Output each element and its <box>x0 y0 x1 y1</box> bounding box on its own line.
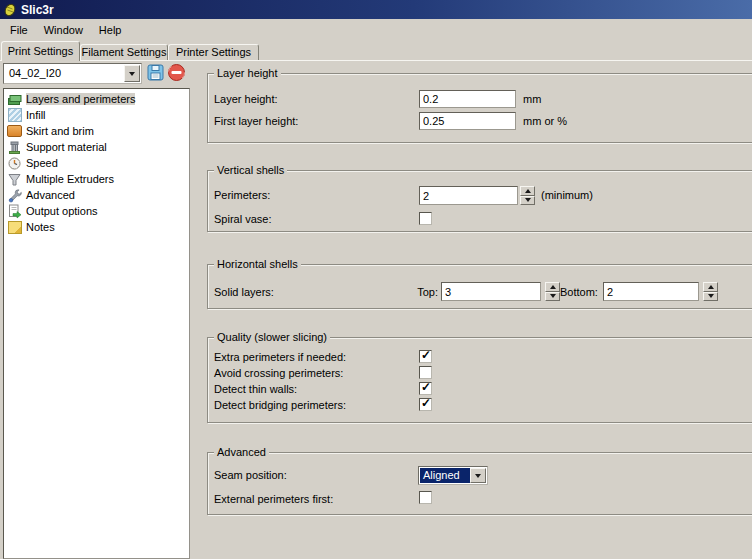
tree-item-label: Infill <box>26 109 46 121</box>
group-horizontal-shells: Horizontal shells Solid layers: Top: Bot… <box>207 264 752 309</box>
delete-preset-button[interactable] <box>167 63 186 82</box>
tree-item-output-options[interactable]: Output options <box>4 203 189 219</box>
wrench-icon <box>7 188 22 203</box>
slic3r-window: Slic3r File Window Help Print Settings F… <box>0 0 752 559</box>
perimeters-label: Perimeters: <box>214 189 270 201</box>
group-title: Quality (slower slicing) <box>214 331 330 344</box>
titlebar: Slic3r <box>0 0 752 19</box>
tree-item-notes[interactable]: Notes <box>4 219 189 235</box>
detect-bridging-checkbox[interactable]: ✓ <box>419 398 432 411</box>
detect-thin-walls-checkbox[interactable]: ✓ <box>419 382 432 395</box>
layer-height-unit: mm <box>523 93 541 105</box>
avoid-crossing-checkbox[interactable]: ✓ <box>419 366 432 379</box>
group-title: Advanced <box>214 446 269 459</box>
external-perimeters-first-checkbox[interactable]: ✓ <box>419 491 432 504</box>
spiral-vase-label: Spiral vase: <box>214 213 271 225</box>
extra-perimeters-checkbox[interactable]: ✓ <box>419 350 432 363</box>
layer-height-label: Layer height: <box>214 93 278 105</box>
tree-item-label: Layers and perimeters <box>26 93 135 105</box>
checkmark: ✓ <box>421 381 431 394</box>
solid-layers-top-input[interactable] <box>441 282 541 301</box>
tree-item-label: Skirt and brim <box>26 125 94 137</box>
settings-tree: Layers and perimeters Infill Skirt and b… <box>3 88 190 559</box>
tab-content-divider <box>0 60 752 61</box>
slic3r-logo-icon <box>3 3 17 17</box>
clock-icon <box>7 156 22 171</box>
tree-item-advanced[interactable]: Advanced <box>4 187 189 203</box>
red-minus-circle-icon <box>167 63 186 82</box>
first-layer-height-label: First layer height: <box>214 115 298 127</box>
checkmark: ✓ <box>421 397 431 410</box>
tab-print-settings[interactable]: Print Settings <box>1 41 80 61</box>
tree-item-support-material[interactable]: Support material <box>4 139 189 155</box>
tree-item-label: Speed <box>26 157 58 169</box>
tree-item-label: Notes <box>26 221 55 233</box>
menu-window[interactable]: Window <box>36 21 91 39</box>
perimeters-spinner[interactable] <box>520 186 535 205</box>
avoid-crossing-label: Avoid crossing perimeters: <box>214 367 343 379</box>
chevron-down-icon[interactable] <box>124 65 140 82</box>
solid-layers-top-spinner[interactable] <box>545 282 560 301</box>
note-icon <box>7 220 22 235</box>
tree-item-layers-and-perimeters[interactable]: Layers and perimeters <box>4 91 189 107</box>
spin-up-button[interactable] <box>520 186 535 196</box>
spin-down-button[interactable] <box>545 292 560 302</box>
tab-printer-settings[interactable]: Printer Settings <box>168 44 259 60</box>
group-advanced: Advanced Seam position: Aligned External… <box>207 452 752 515</box>
window-title: Slic3r <box>21 3 54 17</box>
tree-item-multiple-extruders[interactable]: Multiple Extruders <box>4 171 189 187</box>
extra-perimeters-label: Extra perimeters if needed: <box>214 351 346 363</box>
solid-layers-label: Solid layers: <box>214 286 274 298</box>
perimeters-input[interactable] <box>419 186 518 205</box>
preset-value: 04_02_I20 <box>9 67 61 79</box>
group-title: Layer height <box>214 67 281 80</box>
group-title: Horizontal shells <box>214 258 301 271</box>
tree-item-label: Multiple Extruders <box>26 173 114 185</box>
menu-help[interactable]: Help <box>91 21 130 39</box>
group-quality: Quality (slower slicing) Extra perimeter… <box>207 337 752 423</box>
group-layer-height: Layer height Layer height: mm First laye… <box>207 73 752 143</box>
spin-down-button[interactable] <box>520 196 535 206</box>
first-layer-height-input[interactable] <box>419 112 516 130</box>
layer-height-input[interactable] <box>419 90 516 108</box>
menubar: File Window Help <box>0 19 752 40</box>
tree-item-label: Advanced <box>26 189 75 201</box>
tab-filament-settings[interactable]: Filament Settings <box>80 44 168 60</box>
tree-item-label: Output options <box>26 205 98 217</box>
tree-item-label: Support material <box>26 141 107 153</box>
first-layer-height-unit: mm or % <box>523 115 567 127</box>
page-export-icon <box>7 204 22 219</box>
tree-item-skirt-and-brim[interactable]: Skirt and brim <box>4 123 189 139</box>
funnel-icon <box>7 172 22 187</box>
detect-thin-walls-label: Detect thin walls: <box>214 383 297 395</box>
spin-up-button[interactable] <box>545 282 560 292</box>
floppy-disk-icon <box>146 63 165 82</box>
detect-bridging-label: Detect bridging perimeters: <box>214 399 346 411</box>
solid-layers-bottom-label: Bottom: <box>560 286 598 298</box>
tree-item-infill[interactable]: Infill <box>4 107 189 123</box>
checkmark: ✓ <box>421 349 431 362</box>
infill-hatch-icon <box>7 108 22 123</box>
tree-item-speed[interactable]: Speed <box>4 155 189 171</box>
spin-up-button[interactable] <box>703 282 718 292</box>
group-vertical-shells: Vertical shells Perimeters: (minimum) Sp… <box>207 170 752 232</box>
group-title: Vertical shells <box>214 164 287 177</box>
seam-position-value: Aligned <box>420 468 470 483</box>
save-preset-button[interactable] <box>146 63 165 82</box>
spin-down-button[interactable] <box>703 292 718 302</box>
perimeters-unit: (minimum) <box>541 189 593 201</box>
external-perimeters-first-label: External perimeters first: <box>214 493 333 505</box>
solid-layers-top-label: Top: <box>408 286 438 298</box>
solid-layers-bottom-spinner[interactable] <box>703 282 718 301</box>
chevron-down-icon[interactable] <box>470 468 486 483</box>
preset-select[interactable]: 04_02_I20 <box>3 63 142 84</box>
support-structure-icon <box>7 140 22 155</box>
menu-file[interactable]: File <box>2 21 36 39</box>
layers-icon <box>7 92 22 107</box>
seam-position-label: Seam position: <box>214 469 287 481</box>
spiral-vase-checkbox[interactable]: ✓ <box>419 212 432 225</box>
solid-layers-bottom-input[interactable] <box>603 282 699 301</box>
seam-position-select[interactable]: Aligned <box>418 466 488 485</box>
box-icon <box>7 124 22 139</box>
